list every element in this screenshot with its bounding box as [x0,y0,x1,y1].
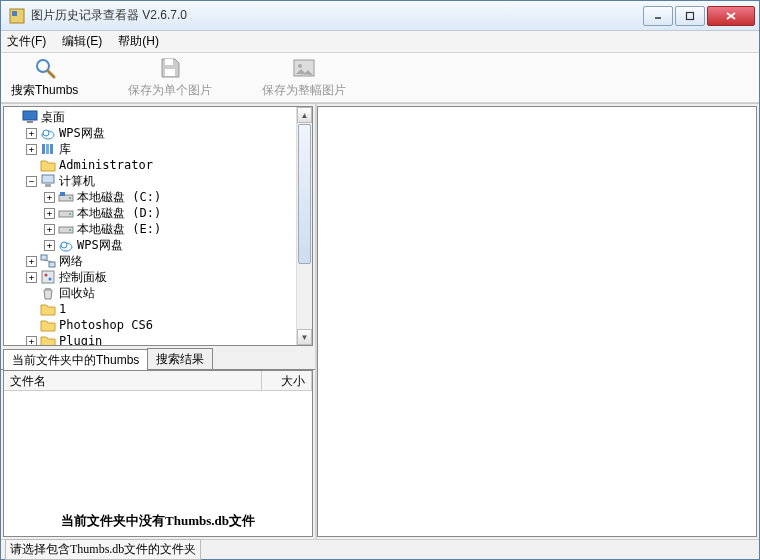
tree-node[interactable]: +库 [4,141,310,157]
svg-rect-13 [27,121,33,123]
tree-node[interactable]: +网络 [4,253,310,269]
svg-rect-31 [49,262,55,267]
tree-node-label: Photoshop CS6 [59,317,153,333]
menu-help[interactable]: 帮助(H) [118,33,159,50]
close-button[interactable] [707,6,755,26]
tab-search-results[interactable]: 搜索结果 [147,348,213,369]
minimize-button[interactable] [643,6,673,26]
expand-icon[interactable]: + [44,224,55,235]
svg-line-7 [48,71,54,77]
expand-icon[interactable]: + [26,256,37,267]
tree-node-label: 本地磁盘 (D:) [77,205,161,221]
column-size[interactable]: 大小 [262,371,312,390]
maximize-button[interactable] [675,6,705,26]
save-single-button[interactable]: 保存为单个图片 [128,56,212,99]
scroll-up-button[interactable]: ▲ [297,107,312,123]
tree-node[interactable]: +控制面板 [4,269,310,285]
titlebar: 图片历史记录查看器 V2.6.7.0 [1,1,759,31]
tree-node-label: 本地磁盘 (C:) [77,189,161,205]
cloud-icon [58,237,74,253]
expand-icon[interactable]: + [44,192,55,203]
svg-rect-9 [165,69,175,76]
folder-icon [40,333,56,346]
tree-node[interactable]: 1 [4,301,310,317]
expand-icon[interactable]: + [44,208,55,219]
expand-icon[interactable]: + [26,272,37,283]
svg-rect-23 [60,192,65,196]
expand-icon[interactable]: + [26,128,37,139]
status-text: 请选择包含Thumbs.db文件的文件夹 [5,539,201,560]
search-thumbs-button[interactable]: 搜索Thumbs [11,56,78,99]
expand-icon[interactable]: + [26,336,37,347]
folder-icon [40,317,56,333]
folder-icon [40,157,56,173]
svg-rect-3 [687,12,694,19]
computer-icon [40,173,56,189]
tree-node-label: 回收站 [59,285,95,301]
preview-pane [317,106,757,537]
svg-point-11 [298,64,302,68]
save-single-label: 保存为单个图片 [128,82,212,99]
svg-rect-33 [42,271,54,283]
image-icon [292,56,316,80]
tree-node[interactable]: +本地磁盘 (C:) [4,189,310,205]
tree-node-label: 控制面板 [59,269,107,285]
tree-node[interactable]: +本地磁盘 (D:) [4,205,310,221]
svg-point-22 [69,197,71,199]
scroll-thumb[interactable] [298,124,311,264]
expand-spacer [26,304,37,315]
toolbar: 搜索Thumbs 保存为单个图片 保存为整幅图片 [1,53,759,103]
cloud-icon [40,125,56,141]
recycle-icon [40,285,56,301]
folder-tree[interactable]: 桌面+WPS网盘+库Administrator−计算机+本地磁盘 (C:)+本地… [3,106,313,346]
expand-spacer [26,320,37,331]
window-title: 图片历史记录查看器 V2.6.7.0 [31,7,643,24]
menubar: 文件(F) 编辑(E) 帮助(H) [1,31,759,53]
column-headers: 文件名 大小 [4,371,312,391]
tree-node[interactable]: Administrator [4,157,310,173]
empty-message: 当前文件夹中没有Thumbs.db文件 [4,391,312,536]
svg-rect-18 [50,144,53,154]
svg-point-15 [43,130,49,136]
tree-node-label: WPS网盘 [77,237,123,253]
expand-spacer [26,288,37,299]
save-whole-button[interactable]: 保存为整幅图片 [262,56,346,99]
expand-icon[interactable]: + [44,240,55,251]
tree-node-label: 1 [59,301,66,317]
tree-node[interactable]: −计算机 [4,173,310,189]
tab-current-thumbs[interactable]: 当前文件夹中的Thumbs [3,349,148,370]
tree-node[interactable]: +WPS网盘 [4,237,310,253]
collapse-icon[interactable]: − [26,176,37,187]
search-thumbs-label: 搜索Thumbs [11,82,78,99]
tree-node[interactable]: +WPS网盘 [4,125,310,141]
tree-node[interactable]: Photoshop CS6 [4,317,310,333]
tree-node-label: 桌面 [41,109,65,125]
drive-icon [58,205,74,221]
column-filename[interactable]: 文件名 [4,371,262,390]
svg-rect-1 [12,11,17,16]
search-icon [33,56,57,80]
tree-node-label: 网络 [59,253,83,269]
tree-node[interactable]: 桌面 [4,109,310,125]
scroll-down-button[interactable]: ▼ [297,329,312,345]
save-whole-label: 保存为整幅图片 [262,82,346,99]
folder-icon [40,301,56,317]
app-icon [9,8,25,24]
save-icon [158,56,182,80]
svg-rect-16 [42,144,45,154]
control-icon [40,269,56,285]
tree-node-label: 计算机 [59,173,95,189]
tree-node-label: Plugin [59,333,102,346]
menu-file[interactable]: 文件(F) [7,33,46,50]
network-icon [40,253,56,269]
tree-scrollbar[interactable]: ▲ ▼ [296,107,312,345]
tree-node[interactable]: +本地磁盘 (E:) [4,221,310,237]
expand-icon[interactable]: + [26,144,37,155]
svg-point-27 [69,229,71,231]
tabs: 当前文件夹中的Thumbs 搜索结果 [1,348,315,370]
svg-rect-8 [165,59,173,65]
svg-line-32 [44,260,52,262]
tree-node[interactable]: 回收站 [4,285,310,301]
menu-edit[interactable]: 编辑(E) [62,33,102,50]
tree-node[interactable]: +Plugin [4,333,310,346]
